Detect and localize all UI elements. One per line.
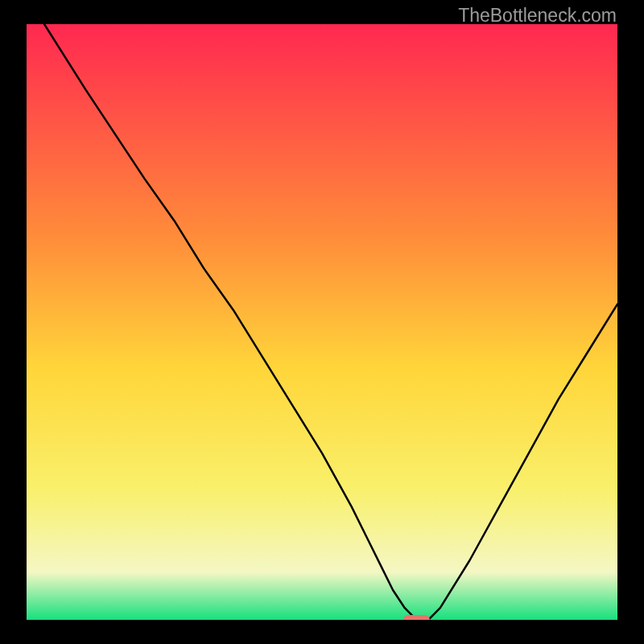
chart-frame xyxy=(27,24,617,620)
chart-plot xyxy=(27,24,617,620)
watermark-text: TheBottleneck.com xyxy=(458,5,617,27)
optimal-point-marker xyxy=(403,615,430,620)
gradient-background xyxy=(27,24,617,620)
